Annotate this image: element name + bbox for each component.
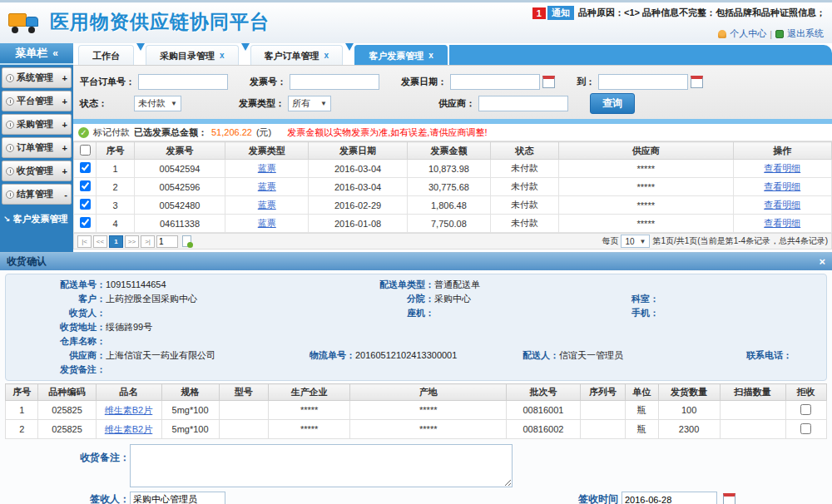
expand-icon: +	[62, 166, 67, 176]
close-icon[interactable]: ×	[819, 255, 825, 268]
go-page-icon[interactable]	[182, 235, 191, 247]
invoice-date-from-input[interactable]	[450, 74, 540, 90]
branch-value: 采购中心	[434, 292, 601, 306]
tab-close-icon[interactable]: x	[220, 46, 225, 66]
row-checkbox[interactable]	[80, 199, 91, 210]
invoice-type-select[interactable]: 所有 ▼	[288, 96, 331, 111]
view-detail-link[interactable]: 查看明细	[764, 181, 800, 191]
logout-link[interactable]: 退出系统	[787, 27, 824, 40]
dcell-spec: 5mg*100	[161, 401, 219, 420]
expand-icon: +	[62, 143, 67, 153]
sidebar-item-system[interactable]: 系统管理 +	[2, 67, 72, 88]
invoice-type-link[interactable]: 蓝票	[258, 163, 276, 173]
invoice-type-link[interactable]: 蓝票	[258, 181, 276, 191]
tab-label: 采购目录管理	[160, 46, 215, 66]
dcell-origin: *****	[350, 420, 507, 439]
dcell-batch: 00816002	[507, 420, 581, 439]
mark-paid-link[interactable]: 标记付款	[93, 126, 130, 139]
dcell-qty: 2300	[658, 420, 720, 439]
reject-checkbox[interactable]	[800, 423, 811, 434]
cell-supplier: *****	[559, 215, 734, 233]
page-number-input[interactable]	[156, 235, 178, 248]
tab-close-icon[interactable]: x	[428, 46, 433, 66]
sidebar-collapse-icon[interactable]: «	[52, 47, 58, 59]
row-checkbox[interactable]	[80, 162, 91, 173]
dcell-batch: 00816001	[507, 401, 581, 420]
reject-checkbox[interactable]	[800, 404, 811, 415]
tab-close-icon[interactable]: x	[324, 46, 329, 66]
per-page-select[interactable]: 10 ▼	[621, 235, 650, 248]
total-amount-value: 51,206.22	[211, 127, 252, 137]
dcol-spec: 规格	[161, 384, 219, 401]
invoice-no-input[interactable]	[290, 74, 379, 90]
signer-input[interactable]	[130, 492, 225, 504]
sidebar-item-receiving[interactable]: 收货管理 +	[2, 161, 72, 181]
supplier-input[interactable]	[478, 96, 568, 111]
product-name-link[interactable]: 维生素B2片	[105, 424, 152, 434]
dcell-seq: 1	[6, 401, 38, 420]
prev-page-button[interactable]: <<	[93, 235, 107, 248]
sidebar-item-orders[interactable]: 订单管理 +	[2, 137, 72, 158]
platform-order-input[interactable]	[138, 74, 228, 90]
status-select[interactable]: 未付款 ▼	[134, 96, 181, 111]
tab-workbench[interactable]: 工作台	[78, 45, 134, 65]
tab-divider	[241, 43, 250, 51]
first-page-button[interactable]: |<	[77, 235, 92, 248]
cell-invoice-no: 00542594	[134, 160, 225, 178]
current-page-button[interactable]: 1	[109, 235, 123, 248]
view-detail-link[interactable]: 查看明细	[764, 163, 800, 173]
cell-supplier: *****	[559, 178, 734, 196]
cell-invoice-no: 00542596	[134, 178, 225, 196]
view-detail-link[interactable]: 查看明细	[764, 218, 800, 228]
product-name-link[interactable]: 维生素B2片	[105, 405, 152, 415]
col-invoice-type: 发票类型	[225, 142, 309, 160]
receipt-remark-textarea[interactable]	[130, 444, 513, 487]
last-page-button[interactable]: >|	[141, 235, 155, 248]
invoice-date-label: 发票日期：	[401, 76, 447, 88]
notification-button[interactable]: 通知	[547, 6, 574, 20]
invoice-date-to-input[interactable]	[598, 74, 688, 90]
delivery-no-label: 配送单号：	[14, 278, 106, 292]
status-label: 状态：	[80, 97, 107, 110]
sidebar-item-customer-invoice[interactable]: ↘ 客户发票管理	[0, 210, 73, 229]
table-row: 1 00542594 蓝票 2016-03-04 10,873.98 未付款 *…	[74, 160, 832, 178]
row-checkbox[interactable]	[80, 217, 91, 228]
pagination-bar: |< << 1 >> >| 每页 10 ▼ 第1页/共1页(当前是第1-4条记录…	[73, 233, 832, 250]
select-all-checkbox[interactable]	[80, 145, 91, 156]
expand-icon: +	[62, 96, 67, 106]
chevron-down-icon: ▼	[171, 100, 177, 107]
cell-supplier: *****	[559, 160, 734, 178]
next-page-button[interactable]: >>	[125, 235, 139, 248]
calendar-icon[interactable]	[691, 76, 703, 88]
table-row: 4 04611338 蓝票 2016-01-08 7,750.08 未付款 **…	[74, 215, 832, 233]
status-value: 未付款	[138, 97, 166, 110]
sign-time-label: 签收时间	[493, 492, 618, 504]
sidebar-item-procurement[interactable]: 采购管理 +	[2, 114, 72, 135]
invoice-type-link[interactable]: 蓝票	[258, 200, 276, 210]
sidebar-item-settlement[interactable]: 结算管理 -	[2, 184, 72, 205]
view-detail-link[interactable]: 查看明细	[764, 200, 800, 210]
col-action: 操作	[733, 142, 831, 160]
col-supplier: 供应商	[559, 142, 734, 160]
sign-time-input[interactable]	[622, 492, 717, 504]
warning-text: 发票金额以实物发票为准,如有误差,请供应商调整!	[287, 126, 487, 139]
row-checkbox[interactable]	[80, 180, 91, 191]
modal-supplier-label: 供应商：	[14, 348, 106, 363]
search-button[interactable]: 查询	[590, 93, 635, 114]
calendar-icon[interactable]	[723, 493, 735, 504]
calendar-icon[interactable]	[542, 76, 555, 88]
sidebar-item-label: 系统管理	[17, 72, 62, 84]
personal-center-link[interactable]: 个人中心	[730, 27, 766, 40]
platform-order-label: 平台订单号：	[80, 76, 135, 88]
clock-icon	[6, 190, 14, 199]
cell-status: 未付款	[491, 160, 559, 178]
pagination-summary: 第1页/共1页(当前是第1-4条记录，总共4条记录)	[652, 235, 828, 247]
dcol-unit: 单位	[626, 384, 658, 401]
sidebar-item-platform[interactable]: 平台管理 +	[2, 91, 72, 111]
tab-customer-orders[interactable]: 客户订单管理 x	[250, 45, 344, 65]
delivery-info-panel: 配送单号： 109151144654 配送单类型： 普通配送单 客户： 上药控股…	[5, 274, 827, 381]
dcol-model: 型号	[219, 384, 268, 401]
tab-customer-invoice[interactable]: 客户发票管理 x	[354, 45, 448, 65]
invoice-type-link[interactable]: 蓝票	[258, 218, 276, 228]
tab-procurement-catalog[interactable]: 采购目录管理 x	[146, 45, 239, 65]
